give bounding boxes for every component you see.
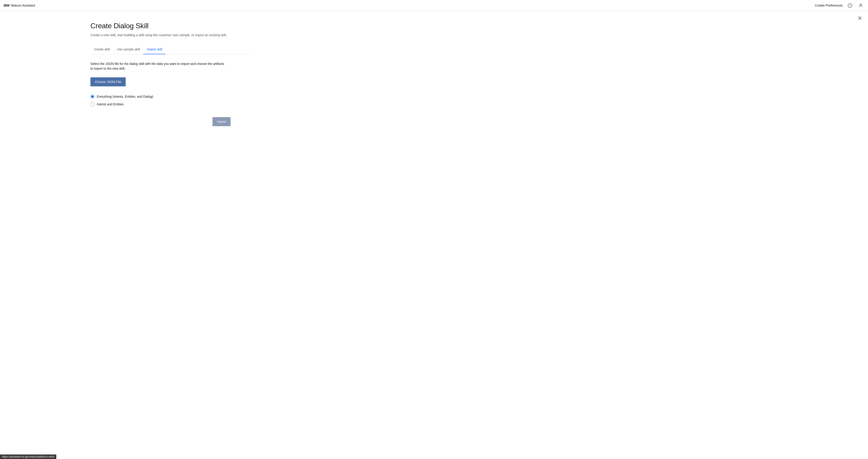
user-button[interactable] xyxy=(857,2,864,9)
svg-text:?: ? xyxy=(849,4,850,6)
tab-use-sample-skill[interactable]: Use sample skill xyxy=(113,45,143,54)
radio-group: Everything (Intents, Entities, and Dialo… xyxy=(90,94,251,106)
navbar-left: IBM Watson Assistant xyxy=(4,4,35,7)
brand-ibm: IBM xyxy=(4,4,9,7)
brand-product: Watson Assistant xyxy=(11,4,35,7)
import-skill-content: Select the JSON file for the dialog skil… xyxy=(90,61,251,126)
tab-create-skill[interactable]: Create skill xyxy=(90,45,113,54)
choose-json-file-button[interactable]: Choose JSON File xyxy=(90,77,126,86)
navbar-right: Cookie Preferences ? xyxy=(815,2,864,9)
user-icon xyxy=(859,3,863,8)
radio-everything-label: Everything (Intents, Entities, and Dialo… xyxy=(97,95,153,98)
radio-intents-entities[interactable] xyxy=(90,102,94,106)
import-actions: Import xyxy=(90,117,230,126)
close-icon xyxy=(858,16,862,20)
tabs: Create skill Use sample skill Import ski… xyxy=(90,45,251,54)
radio-everything[interactable] xyxy=(90,94,94,99)
tab-import-skill[interactable]: Import skill xyxy=(143,45,166,54)
import-description: Select the JSON file for the dialog skil… xyxy=(90,61,226,71)
dialog-panel: Create Dialog Skill Create a new skill, … xyxy=(90,11,262,137)
svg-point-2 xyxy=(860,4,862,5)
radio-option-everything[interactable]: Everything (Intents, Entities, and Dialo… xyxy=(90,94,251,99)
import-button[interactable]: Import xyxy=(213,117,230,126)
close-button[interactable] xyxy=(855,13,864,23)
help-icon: ? xyxy=(848,3,852,8)
radio-intents-entities-label: Intents and Entities xyxy=(97,102,124,106)
cookie-preferences-link[interactable]: Cookie Preferences xyxy=(815,4,843,7)
status-bar: https://assistant-eu-gb.watsonplatform.n… xyxy=(0,455,56,459)
help-button[interactable]: ? xyxy=(846,2,854,9)
main-content: Create Dialog Skill Create a new skill, … xyxy=(0,11,868,137)
brand: IBM Watson Assistant xyxy=(4,4,35,7)
navbar: IBM Watson Assistant Cookie Preferences … xyxy=(0,0,868,11)
status-url: https://assistant-eu-gb.watsonplatform.n… xyxy=(2,455,55,458)
dialog-subtitle: Create a new skill, start building a ski… xyxy=(90,33,251,37)
dialog-title: Create Dialog Skill xyxy=(90,22,251,30)
radio-option-intents-entities[interactable]: Intents and Entities xyxy=(90,102,251,106)
